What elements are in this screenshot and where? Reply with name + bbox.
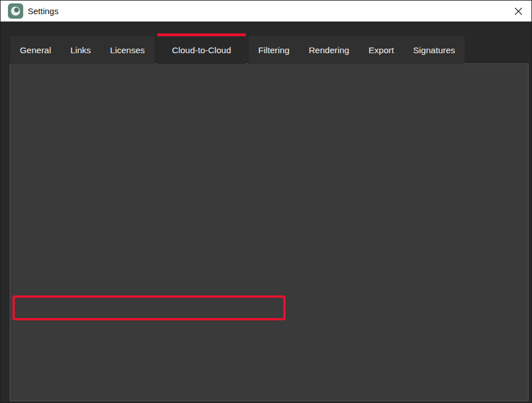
tab-label: Signatures	[413, 45, 455, 55]
window-title: Settings	[28, 1, 58, 22]
tab-cloud-to-cloud[interactable]: Cloud-to-Cloud	[158, 33, 246, 64]
tab-label: Filtering	[258, 45, 290, 55]
app-logo-icon	[8, 3, 23, 19]
close-icon[interactable]	[509, 1, 528, 22]
tab-general[interactable]: General	[10, 36, 61, 64]
tab-content-pane	[10, 63, 529, 401]
tab-label: Links	[70, 45, 91, 55]
titlebar: Settings	[1, 1, 531, 22]
tab-links[interactable]: Links	[61, 36, 100, 64]
tab-label: Cloud-to-Cloud	[172, 45, 231, 55]
tab-filtering[interactable]: Filtering	[249, 36, 299, 64]
tab-label: Rendering	[309, 45, 350, 55]
tab-label: Export	[368, 45, 394, 55]
settings-window: Settings General Links Licenses Cloud-to…	[0, 0, 532, 403]
tab-label: Licenses	[110, 45, 144, 55]
tab-export[interactable]: Export	[359, 36, 403, 64]
tab-label: General	[20, 45, 51, 55]
tab-signatures[interactable]: Signatures	[403, 36, 465, 64]
settings-tabbar: General Links Licenses Cloud-to-Cloud Fi…	[10, 33, 465, 64]
tab-licenses[interactable]: Licenses	[100, 36, 154, 64]
tab-rendering[interactable]: Rendering	[299, 36, 359, 64]
